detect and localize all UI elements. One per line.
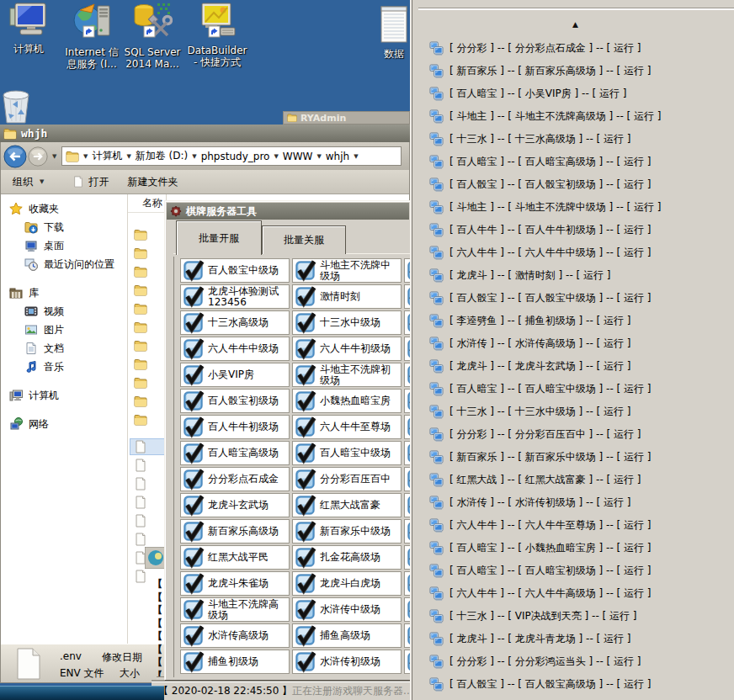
room-cell-斗地主不洗牌初级场[interactable]: 斗地主不洗牌初级场 bbox=[292, 363, 402, 387]
checkbox-checked-icon[interactable] bbox=[295, 261, 315, 280]
desktop-icon-2[interactable]: Internet 信 息服务 (I... bbox=[59, 2, 125, 70]
room-cell-龙虎斗玄武场[interactable]: 龙虎斗玄武场 bbox=[180, 493, 290, 517]
room-cell-六人牛牛中级场[interactable]: 六人牛牛中级场 bbox=[180, 337, 290, 361]
checkbox-checked-icon[interactable] bbox=[184, 365, 203, 384]
dialog-titlebar[interactable]: 棋牌服务器工具 bbox=[167, 203, 409, 220]
explorer-titlebar[interactable]: whjh bbox=[0, 125, 410, 142]
file-list-folder[interactable] bbox=[134, 226, 147, 243]
sidebar-item-下载[interactable]: 下载 bbox=[1, 218, 127, 236]
room-cell-十三水高级场[interactable]: 十三水高级场 bbox=[180, 310, 290, 335]
room-cell-分分彩点石成金[interactable]: 分分彩点石成金 bbox=[180, 467, 290, 491]
back-button[interactable] bbox=[3, 145, 27, 168]
file-list-file[interactable] bbox=[134, 512, 147, 529]
file-list-file[interactable] bbox=[134, 475, 147, 492]
file-list-folder[interactable] bbox=[134, 393, 147, 410]
forward-button[interactable] bbox=[28, 146, 48, 167]
checkbox-checked-icon[interactable] bbox=[184, 339, 203, 358]
room-cell-百人骰宝初级场[interactable]: 百人骰宝初级场 bbox=[180, 389, 290, 413]
sidebar-item-文档[interactable]: 文档 bbox=[1, 339, 127, 358]
file-list-file[interactable] bbox=[134, 531, 147, 548]
room-cell-龙虎斗朱雀场[interactable]: 龙虎斗朱雀场 bbox=[180, 571, 290, 596]
log-entry[interactable]: [ 分分彩 ] -- [ 分分彩点石成金 ] -- [ 运行 ] bbox=[412, 37, 734, 60]
file-list-folder[interactable] bbox=[134, 300, 147, 317]
checkbox-checked-icon[interactable] bbox=[295, 365, 315, 384]
room-cell-百人暗宝高级场[interactable]: 百人暗宝高级场 bbox=[180, 441, 290, 465]
room-cell-六人牛牛至尊场[interactable]: 六人牛牛至尊场 bbox=[292, 415, 402, 439]
log-entry[interactable]: [ 龙虎斗 ] -- [ 龙虎斗青龙场 ] -- [ 运行 ] bbox=[412, 628, 734, 650]
room-cell-红黑大战平民[interactable]: 红黑大战平民 bbox=[180, 545, 290, 570]
room-cell-激情时刻[interactable]: 激情时刻 bbox=[292, 284, 402, 309]
checkbox-checked-icon[interactable] bbox=[295, 600, 315, 619]
room-cell-新百家乐中级场[interactable]: 新百家乐中级场 bbox=[292, 519, 402, 544]
log-entry[interactable]: [ 百人骰宝 ] -- [ 百人骰宝中级场 ] -- [ 运行 ] bbox=[412, 287, 734, 310]
pane-splitter[interactable] bbox=[127, 194, 128, 644]
tab-batch-close[interactable]: 批量关服 bbox=[262, 225, 346, 254]
history-dropdown-icon[interactable]: ▼ bbox=[52, 153, 56, 160]
checkbox-checked-icon[interactable] bbox=[295, 626, 315, 645]
room-cell-龙虎斗白虎场[interactable]: 龙虎斗白虎场 bbox=[292, 571, 402, 596]
checkbox-checked-icon[interactable] bbox=[295, 548, 315, 567]
checkbox-checked-icon[interactable] bbox=[295, 496, 315, 515]
log-entry[interactable]: [ 龙虎斗 ] -- [ 龙虎斗玄武场 ] -- [ 运行 ] bbox=[412, 355, 734, 378]
organize-button[interactable]: 组织 ▼ bbox=[13, 175, 44, 189]
log-entry[interactable]: [ 十三水 ] -- [ 十三水高级场 ] -- [ 运行 ] bbox=[412, 128, 734, 151]
room-cell-水浒传中级场[interactable]: 水浒传中级场 bbox=[292, 597, 402, 622]
file-list-folder[interactable] bbox=[134, 356, 147, 373]
file-list-folder[interactable] bbox=[134, 263, 147, 280]
room-cell-十三水中级场[interactable]: 十三水中级场 bbox=[292, 310, 402, 335]
log-entry[interactable]: [ 分分彩 ] -- [ 分分彩鸿运当头 ] -- [ 运行 ] bbox=[412, 650, 734, 673]
checkbox-checked-icon[interactable] bbox=[184, 652, 203, 671]
checkbox-checked-icon[interactable] bbox=[184, 522, 203, 541]
room-cell-百人骰宝中级场[interactable]: 百人骰宝中级场 bbox=[180, 258, 290, 283]
checkbox-checked-icon[interactable] bbox=[184, 600, 203, 619]
log-entry[interactable]: [ 百人暗宝 ] -- [ 百人暗宝中级场 ] -- [ 运行 ] bbox=[412, 378, 734, 400]
room-cell-六人牛牛初级场[interactable]: 六人牛牛初级场 bbox=[292, 337, 402, 361]
checkbox-checked-icon[interactable] bbox=[295, 574, 315, 593]
log-entry[interactable]: [ 六人牛牛 ] -- [ 六人牛牛高级场 ] -- [ 运行 ] bbox=[412, 582, 734, 605]
log-entry[interactable]: [ 十三水 ] -- [ VIP决战到天亮 ] -- [ 运行 ] bbox=[412, 605, 734, 628]
checkbox-checked-icon[interactable] bbox=[295, 469, 315, 489]
log-entry[interactable]: [ 斗地主 ] -- [ 斗地主不洗牌高级场 ] -- [ 运行 ] bbox=[412, 105, 734, 128]
log-entry[interactable]: [ 斗地主 ] -- [ 斗地主不洗牌中级场 ] -- [ 运行 ] bbox=[412, 196, 734, 219]
room-cell-捕鱼初级场[interactable]: 捕鱼初级场 bbox=[180, 650, 290, 674]
breadcrumb-item[interactable]: whjh bbox=[326, 151, 349, 162]
checkbox-checked-icon[interactable] bbox=[295, 417, 315, 437]
room-cell-百人暗宝中级场[interactable]: 百人暗宝中级场 bbox=[292, 441, 402, 465]
background-window-ryadmin[interactable]: RYAdmin bbox=[283, 111, 410, 125]
checkbox-checked-icon[interactable] bbox=[184, 313, 203, 332]
room-cell-分分彩百压百中[interactable]: 分分彩百压百中 bbox=[292, 467, 402, 491]
checkbox-checked-icon[interactable] bbox=[184, 417, 203, 437]
checkbox-checked-icon[interactable] bbox=[184, 443, 203, 463]
room-cell-红黑大战富豪[interactable]: 红黑大战富豪 bbox=[292, 493, 402, 517]
room-cell-水浒传初级场[interactable]: 水浒传初级场 bbox=[292, 650, 402, 674]
log-entry[interactable]: [ 百人暗宝 ] -- [ 百人暗宝高级场 ] -- [ 运行 ] bbox=[412, 151, 734, 173]
new-folder-button[interactable]: 新建文件夹 bbox=[127, 175, 178, 189]
checkbox-checked-icon[interactable] bbox=[295, 339, 315, 358]
tab-batch-open[interactable]: 批量开服 bbox=[176, 220, 262, 255]
checkbox-checked-icon[interactable] bbox=[184, 261, 203, 280]
breadcrumb-item[interactable]: 新加卷 (D:) bbox=[136, 149, 188, 163]
room-cell-小吴VIP房[interactable]: 小吴VIP房 bbox=[180, 363, 290, 387]
log-entry[interactable]: [ 百人牛牛 ] -- [ 百人牛牛初级场 ] -- [ 运行 ] bbox=[412, 219, 734, 241]
log-entry[interactable]: [ 百人暗宝 ] -- [ 百人暗宝初级场 ] -- [ 运行 ] bbox=[412, 559, 734, 582]
file-list-folder[interactable] bbox=[134, 319, 147, 336]
log-entry[interactable]: [ 水浒传 ] -- [ 水浒传高级场 ] -- [ 运行 ] bbox=[412, 332, 734, 355]
room-cell-百人牛牛初级场[interactable]: 百人牛牛初级场 bbox=[180, 415, 290, 439]
log-entry[interactable]: [ 新百家乐 ] -- [ 新百家乐高级场 ] -- [ 运行 ] bbox=[412, 60, 734, 82]
room-cell-斗地主不洗牌高级场[interactable]: 斗地主不洗牌高级场 bbox=[180, 597, 290, 622]
breadcrumb-item[interactable]: phpstudy_pro bbox=[201, 151, 270, 162]
checkbox-checked-icon[interactable] bbox=[295, 287, 315, 306]
log-entry[interactable]: [ 六人牛牛 ] -- [ 六人牛牛中级场 ] -- [ 运行 ] bbox=[412, 241, 734, 264]
checkbox-checked-icon[interactable] bbox=[295, 313, 315, 332]
file-list-file[interactable] bbox=[134, 494, 147, 511]
checkbox-checked-icon[interactable] bbox=[295, 391, 315, 411]
room-cell-小魏热血暗宝房[interactable]: 小魏热血暗宝房 bbox=[292, 389, 402, 413]
checkbox-checked-icon[interactable] bbox=[184, 574, 203, 593]
checkbox-checked-icon[interactable] bbox=[184, 469, 203, 489]
log-entry[interactable]: [ 分分彩 ] -- [ 分分彩百压百中 ] -- [ 运行 ] bbox=[412, 423, 734, 446]
sidebar-item-计算机[interactable]: 计算机 bbox=[1, 386, 127, 405]
checkbox-checked-icon[interactable] bbox=[184, 496, 203, 515]
desktop-icon-1[interactable]: 计算机 bbox=[0, 2, 57, 55]
sidebar-item-最近访问的位置[interactable]: 最近访问的位置 bbox=[1, 255, 127, 273]
file-list-folder[interactable] bbox=[134, 374, 147, 391]
